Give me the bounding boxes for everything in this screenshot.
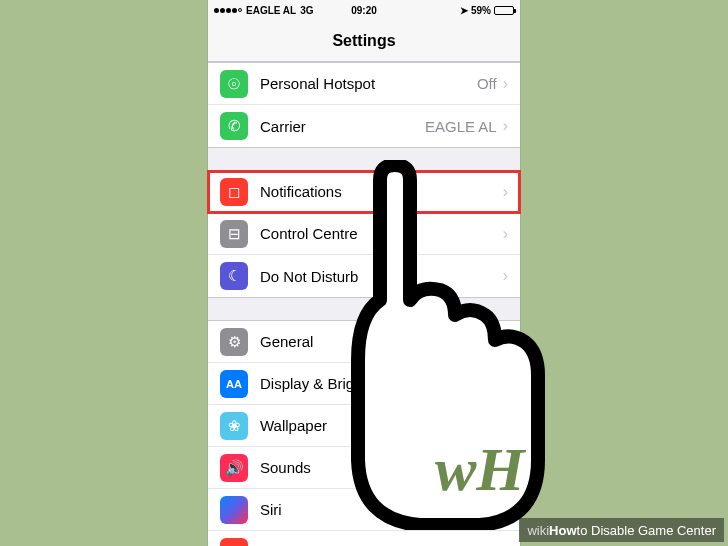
battery-pct: 59% [471,5,491,16]
settings-group: ⚙General›AADisplay & Brightness›❀Wallpap… [208,320,520,546]
touchid-icon: ◉ [220,538,248,547]
control-icon: ⊟ [220,220,248,248]
row-label: General [260,333,503,350]
chevron-right-icon: › [503,459,508,477]
settings-row-siri[interactable]: Siri› [208,489,520,531]
settings-list[interactable]: ⦾Personal HotspotOff›✆CarrierEAGLE AL›◻N… [208,62,520,546]
signal-dots-icon [214,8,242,13]
chevron-right-icon: › [503,417,508,435]
settings-row-general[interactable]: ⚙General› [208,321,520,363]
row-value: EAGLE AL [425,118,497,135]
chevron-right-icon: › [503,183,508,201]
row-label: Personal Hotspot [260,75,477,92]
row-label: Do Not Disturb [260,268,503,285]
location-icon: ➤ [460,5,468,16]
settings-row-sounds[interactable]: 🔊Sounds› [208,447,520,489]
page-title: Settings [208,20,520,62]
chevron-right-icon: › [503,333,508,351]
settings-row-carrier[interactable]: ✆CarrierEAGLE AL› [208,105,520,147]
settings-row-do-not-disturb[interactable]: ☾Do Not Disturb› [208,255,520,297]
settings-row-personal-hotspot[interactable]: ⦾Personal HotspotOff› [208,63,520,105]
settings-row-wallpaper[interactable]: ❀Wallpaper› [208,405,520,447]
caption-bar: wikiHow to Disable Game Center [519,518,724,542]
caption-text: to Disable Game Center [577,523,716,538]
chevron-right-icon: › [503,117,508,135]
row-label: Control Centre [260,225,503,242]
chevron-right-icon: › [503,501,508,519]
chevron-right-icon: › [503,375,508,393]
settings-row-notifications[interactable]: ◻Notifications› [208,171,520,213]
row-label: Wallpaper [260,417,503,434]
phone-screen: EAGLE AL 3G 09:20 ➤ 59% Settings ⦾Person… [208,0,520,546]
row-label: Carrier [260,118,425,135]
sounds-icon: 🔊 [220,454,248,482]
status-right: ➤ 59% [460,5,514,16]
chevron-right-icon: › [503,267,508,285]
status-bar: EAGLE AL 3G 09:20 ➤ 59% [208,0,520,20]
row-value: Off [477,75,497,92]
chevron-right-icon: › [503,75,508,93]
carrier-icon: ✆ [220,112,248,140]
row-label: Notifications [260,183,503,200]
caption-brand: wikiHow [527,523,576,538]
settings-row-touch-id-passcode[interactable]: ◉Touch ID & Passcode› [208,531,520,546]
settings-group: ◻Notifications›⊟Control Centre›☾Do Not D… [208,170,520,298]
notif-icon: ◻ [220,178,248,206]
siri-icon [220,496,248,524]
network-label: 3G [300,5,313,16]
chevron-right-icon: › [503,543,508,547]
chevron-right-icon: › [503,225,508,243]
row-label: Siri [260,501,503,518]
hotspot-icon: ⦾ [220,70,248,98]
general-icon: ⚙ [220,328,248,356]
battery-icon [494,6,514,15]
dnd-icon: ☾ [220,262,248,290]
wallpaper-icon: ❀ [220,412,248,440]
row-label: Display & Brightness [260,375,503,392]
row-label: Sounds [260,459,503,476]
display-icon: AA [220,370,248,398]
settings-row-control-centre[interactable]: ⊟Control Centre› [208,213,520,255]
settings-group: ⦾Personal HotspotOff›✆CarrierEAGLE AL› [208,62,520,148]
settings-row-display-brightness[interactable]: AADisplay & Brightness› [208,363,520,405]
clock: 09:20 [351,5,377,16]
status-left: EAGLE AL 3G [214,5,314,16]
carrier-label: EAGLE AL [246,5,296,16]
